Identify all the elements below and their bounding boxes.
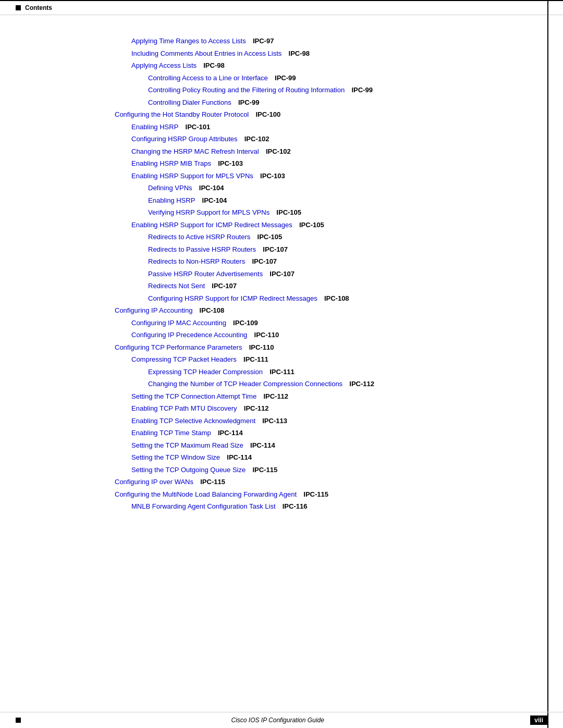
toc-item: Enabling TCP Time Stamp IPC-114	[115, 428, 532, 438]
header-square-icon	[16, 5, 21, 10]
toc-page-number: IPC-101	[181, 122, 210, 132]
toc-link[interactable]: Configuring HSRP Support for ICMP Redire…	[148, 293, 317, 304]
toc-page-number: IPC-99	[235, 97, 260, 108]
toc-link[interactable]: Configuring IP Accounting	[115, 305, 192, 316]
toc-link[interactable]: Configuring IP over WANs	[115, 477, 193, 487]
toc-link[interactable]: Defining VPNs	[148, 183, 192, 193]
toc-item: Changing the HSRP MAC Refresh Interval I…	[115, 146, 532, 157]
toc-page-number: IPC-110	[250, 330, 279, 340]
toc-item: Configuring IP over WANs IPC-115	[115, 477, 532, 487]
toc-link[interactable]: Redirects to Active HSRP Routers	[148, 232, 250, 242]
toc-item: Enabling HSRP MIB Traps IPC-103	[115, 158, 532, 169]
toc-page-number: IPC-107	[248, 256, 277, 267]
toc-item: Compressing TCP Packet Headers IPC-111	[115, 354, 532, 365]
toc-item: Enabling HSRP IPC-101	[115, 122, 532, 132]
toc-page-number: IPC-114	[214, 428, 243, 438]
footer-guide-title: Cisco IOS IP Configuration Guide	[25, 717, 530, 724]
toc-page-number: IPC-115	[300, 489, 328, 500]
toc-list: Applying Time Ranges to Access Lists IPC…	[115, 36, 532, 512]
toc-link[interactable]: Applying Time Ranges to Access Lists	[131, 36, 246, 46]
toc-link[interactable]: Changing the Number of TCP Header Compre…	[148, 379, 342, 389]
toc-link[interactable]: Enabling HSRP	[148, 195, 195, 206]
toc-page-number: IPC-111	[240, 354, 268, 365]
page-number: viii	[530, 715, 547, 725]
toc-item: Controlling Dialer Functions IPC-99	[115, 97, 532, 108]
toc-link[interactable]: Configuring HSRP Group Attributes	[131, 134, 238, 144]
toc-item: Redirects to Passive HSRP Routers IPC-10…	[115, 244, 532, 255]
toc-item: Configuring TCP Performance Parameters I…	[115, 342, 532, 353]
toc-link[interactable]: Enabling HSRP Support for MPLS VPNs	[131, 171, 253, 181]
footer-square-icon	[16, 718, 21, 723]
toc-page-number: IPC-100	[252, 109, 280, 120]
toc-link[interactable]: Including Comments About Entries in Acce…	[131, 48, 282, 59]
toc-link[interactable]: MNLB Forwarding Agent Configuration Task…	[131, 501, 276, 512]
toc-link[interactable]: Configuring the Hot Standby Router Proto…	[115, 109, 249, 120]
toc-page-number: IPC-99	[348, 85, 373, 95]
toc-page-number: IPC-105	[253, 232, 282, 242]
toc-link[interactable]: Redirects Not Sent	[148, 281, 205, 291]
page: Contents Applying Time Ranges to Access …	[0, 0, 563, 728]
toc-link[interactable]: Passive HSRP Router Advertisements	[148, 269, 263, 279]
toc-page-number: IPC-109	[229, 318, 258, 328]
toc-link[interactable]: Verifying HSRP Support for MPLS VPNs	[148, 207, 270, 218]
toc-link[interactable]: Controlling Policy Routing and the Filte…	[148, 85, 345, 95]
toc-link[interactable]: Enabling HSRP	[131, 122, 178, 132]
toc-link[interactable]: Compressing TCP Packet Headers	[131, 354, 237, 365]
footer-bar: Cisco IOS IP Configuration Guide viii	[0, 712, 563, 728]
toc-page-number: IPC-102	[262, 146, 291, 157]
toc-page-number: IPC-115	[197, 477, 225, 487]
toc-link[interactable]: Enabling HSRP MIB Traps	[131, 158, 211, 169]
toc-item: Enabling HSRP IPC-104	[115, 195, 532, 206]
toc-item: Enabling HSRP Support for ICMP Redirect …	[115, 220, 532, 230]
toc-link[interactable]: Changing the HSRP MAC Refresh Interval	[131, 146, 259, 157]
toc-item: Expressing TCP Header Compression IPC-11…	[115, 367, 532, 377]
toc-link[interactable]: Setting the TCP Maximum Read Size	[131, 440, 243, 451]
toc-link[interactable]: Enabling TCP Selective Acknowledgment	[131, 416, 255, 426]
toc-page-number: IPC-99	[271, 73, 296, 83]
toc-item: Setting the TCP Outgoing Queue Size IPC-…	[115, 465, 532, 475]
toc-page-number: IPC-98	[200, 60, 225, 71]
toc-item: Defining VPNs IPC-104	[115, 183, 532, 193]
toc-item: Changing the Number of TCP Header Compre…	[115, 379, 532, 389]
toc-link[interactable]: Applying Access Lists	[131, 60, 197, 71]
toc-link[interactable]: Enabling TCP Path MTU Discovery	[131, 403, 237, 414]
toc-item: Applying Access Lists IPC-98	[115, 60, 532, 71]
toc-page-number: IPC-108	[195, 305, 224, 316]
toc-link[interactable]: Redirects to Non-HSRP Routers	[148, 256, 245, 267]
toc-page-number: IPC-107	[266, 269, 295, 279]
toc-link[interactable]: Setting the TCP Window Size	[131, 452, 220, 463]
toc-link[interactable]: Redirects to Passive HSRP Routers	[148, 244, 256, 255]
toc-page-number: IPC-98	[285, 48, 310, 59]
toc-link[interactable]: Enabling HSRP Support for ICMP Redirect …	[131, 220, 292, 230]
toc-link[interactable]: Enabling TCP Time Stamp	[131, 428, 211, 438]
toc-item: Configuring HSRP Group Attributes IPC-10…	[115, 134, 532, 144]
toc-page-number: IPC-116	[279, 501, 308, 512]
toc-link[interactable]: Configuring IP Precedence Accounting	[131, 330, 247, 340]
toc-item: Setting the TCP Connection Attempt Time …	[115, 391, 532, 402]
toc-link[interactable]: Controlling Dialer Functions	[148, 97, 231, 108]
toc-page-number: IPC-111	[266, 367, 295, 377]
toc-link[interactable]: Configuring IP MAC Accounting	[131, 318, 226, 328]
toc-page-number: IPC-114	[223, 452, 252, 463]
toc-page-number: IPC-112	[260, 391, 288, 402]
toc-page-number: IPC-104	[195, 183, 224, 193]
toc-item: Configuring IP MAC Accounting IPC-109	[115, 318, 532, 328]
toc-page-number: IPC-110	[245, 342, 274, 353]
toc-link[interactable]: Expressing TCP Header Compression	[148, 367, 263, 377]
toc-page-number: IPC-112	[240, 403, 269, 414]
toc-content: Applying Time Ranges to Access Lists IPC…	[0, 15, 563, 545]
toc-item: Enabling HSRP Support for MPLS VPNs IPC-…	[115, 171, 532, 181]
toc-item: Configuring the MultiNode Load Balancing…	[115, 489, 532, 500]
toc-page-number: IPC-105	[296, 220, 324, 230]
header-label: Contents	[25, 4, 52, 11]
toc-item: Redirects to Active HSRP Routers IPC-105	[115, 232, 532, 242]
toc-link[interactable]: Configuring the MultiNode Load Balancing…	[115, 489, 297, 500]
toc-link[interactable]: Controlling Access to a Line or Interfac…	[148, 73, 268, 83]
toc-page-number: IPC-103	[256, 171, 285, 181]
toc-link[interactable]: Setting the TCP Outgoing Queue Size	[131, 465, 246, 475]
toc-page-number: IPC-105	[273, 207, 301, 218]
header-bar: Contents	[0, 0, 563, 15]
toc-page-number: IPC-113	[259, 416, 287, 426]
toc-link[interactable]: Setting the TCP Connection Attempt Time	[131, 391, 256, 402]
toc-link[interactable]: Configuring TCP Performance Parameters	[115, 342, 242, 353]
